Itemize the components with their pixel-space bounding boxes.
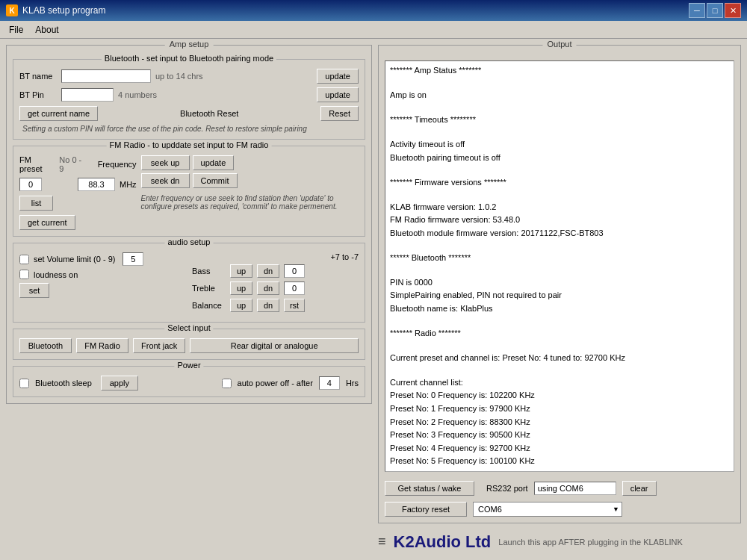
- bt-name-hint: up to 14 chrs: [155, 72, 203, 81]
- get-status-wake-button[interactable]: Get status / wake: [385, 481, 474, 496]
- auto-power-value[interactable]: [319, 376, 340, 390]
- bass-row: Bass up dn: [192, 264, 359, 278]
- output-area: ******* Amp Status *******Amp is on*****…: [385, 60, 734, 472]
- apply-button[interactable]: apply: [101, 376, 138, 391]
- loudness-row: loudness on: [19, 270, 186, 279]
- menu-about[interactable]: About: [29, 23, 64, 37]
- fm-value-row: MHz: [19, 178, 137, 191]
- fm-frequency-label: Frequency: [98, 160, 137, 169]
- power-group: Power Bluetooth sleep apply auto power o…: [13, 366, 365, 397]
- balance-rst-button[interactable]: rst: [284, 299, 305, 312]
- fm-preset-input[interactable]: [19, 178, 42, 191]
- bluetooth-group-label: Bluetooth - set input to Bluetooth pairi…: [102, 54, 276, 63]
- bass-up-button[interactable]: up: [230, 264, 252, 278]
- vol-limit-input[interactable]: [123, 252, 143, 266]
- bt-name-label: BT name: [19, 72, 57, 81]
- com-port-select[interactable]: COM6COM1COM2COM3COM4COM5: [473, 502, 622, 517]
- rs232-label: RS232 port: [486, 484, 528, 493]
- fm-preset-label: FM preset: [19, 155, 55, 173]
- fm-list-row: list: [19, 196, 137, 211]
- vol-limit-row: set Volume limit (0 - 9): [19, 252, 186, 266]
- app-icon: K: [6, 4, 18, 16]
- input-front-jack-button[interactable]: Front jack: [133, 338, 185, 353]
- factory-reset-button[interactable]: Factory reset: [385, 502, 467, 517]
- balance-up-button[interactable]: up: [230, 299, 252, 312]
- treble-dn-button[interactable]: dn: [257, 281, 279, 295]
- select-input-label: Select input: [164, 323, 213, 332]
- bt-reset-button[interactable]: Reset: [320, 106, 359, 121]
- amp-setup-group: Amp setup Bluetooth - set input to Bluet…: [6, 45, 372, 404]
- bt-sleep-label: Bluetooth sleep: [35, 379, 92, 388]
- output-group-label: Output: [542, 40, 576, 49]
- maximize-button[interactable]: □: [707, 3, 723, 18]
- close-button[interactable]: ✕: [725, 3, 741, 18]
- bt-pin-update-button[interactable]: update: [317, 87, 359, 102]
- treble-up-button[interactable]: up: [230, 281, 252, 295]
- fm-list-button[interactable]: list: [19, 196, 53, 211]
- clear-button[interactable]: clear: [622, 481, 657, 496]
- rs232-value-field[interactable]: [534, 482, 616, 495]
- fm-frequency-input[interactable]: [78, 178, 115, 191]
- fm-update-button[interactable]: update: [193, 155, 235, 170]
- hamburger-icon: ≡: [378, 534, 386, 550]
- output-controls-row1: Get status / wake RS232 port clear: [379, 478, 740, 499]
- menu-file[interactable]: File: [3, 23, 29, 37]
- bt-actions-row: get current name Bluetooth Reset Reset: [19, 106, 359, 121]
- window-title: KLAB setup program: [22, 5, 105, 16]
- audio-setup-group: audio setup set Volume limit (0 - 9) lou…: [13, 243, 365, 323]
- bt-pin-label: BT Pin: [19, 90, 57, 99]
- balance-label: Balance: [192, 301, 226, 310]
- loudness-label: loudness on: [34, 270, 78, 279]
- minimize-button[interactable]: ─: [689, 3, 705, 18]
- select-input-row: Bluetooth FM Radio Front jack Rear digit…: [19, 338, 359, 353]
- seek-up-button[interactable]: seek up: [141, 155, 190, 170]
- bt-name-input[interactable]: [61, 69, 151, 83]
- output-controls-row2: Factory reset COM6COM1COM2COM3COM4COM5: [379, 499, 740, 523]
- bluetooth-group: Bluetooth - set input to Bluetooth pairi…: [13, 59, 365, 140]
- power-group-label: Power: [174, 361, 203, 370]
- power-row: Bluetooth sleep apply auto power off - a…: [19, 376, 359, 391]
- input-fm-button[interactable]: FM Radio: [76, 338, 128, 353]
- treble-value[interactable]: [284, 281, 305, 295]
- seek-dn-button[interactable]: seek dn: [141, 173, 190, 188]
- loudness-checkbox[interactable]: [19, 270, 29, 279]
- bt-pin-hint: 4 numbers: [118, 90, 157, 99]
- select-input-group: Select input Bluetooth FM Radio Front ja…: [13, 329, 365, 360]
- treble-row: Treble up dn: [192, 281, 359, 295]
- input-rear-digital-button[interactable]: Rear digital or analogue: [190, 338, 359, 353]
- bt-note: Setting a custom PIN will force the use …: [19, 125, 359, 133]
- balance-dn-button[interactable]: dn: [257, 299, 279, 312]
- fm-commit-button[interactable]: Commit: [193, 173, 238, 188]
- get-current-name-button[interactable]: get current name: [19, 106, 98, 121]
- output-group: Output ******* Amp Status *******Amp is …: [378, 45, 741, 523]
- set-row: set: [19, 283, 186, 298]
- com-port-wrapper: COM6COM1COM2COM3COM4COM5: [473, 502, 622, 517]
- auto-power-label: auto power off - after: [238, 379, 313, 388]
- fm-get-current-row: get current: [19, 215, 137, 230]
- bass-label: Bass: [192, 267, 226, 276]
- title-bar: K KLAB setup program ─ □ ✕: [0, 0, 747, 21]
- bt-pin-input[interactable]: [61, 88, 114, 102]
- fm-freq-row: FM preset No 0 - 9 Frequency: [19, 155, 137, 173]
- bt-pin-row: BT Pin 4 numbers update: [19, 87, 359, 102]
- main-content: Amp setup Bluetooth - set input to Bluet…: [0, 39, 747, 560]
- right-panel: Output ******* Amp Status *******Amp is …: [378, 45, 741, 554]
- fm-preset-range: No 0 - 9: [59, 155, 87, 173]
- fm-get-current-button[interactable]: get current: [19, 215, 75, 230]
- fm-radio-group: FM Radio - to upddate set input to FM ra…: [13, 146, 365, 237]
- audio-range-label: +7 to -7: [192, 252, 359, 261]
- auto-power-checkbox[interactable]: [222, 379, 232, 388]
- audio-set-button[interactable]: set: [19, 283, 49, 298]
- balance-row: Balance up dn rst: [192, 299, 359, 312]
- audio-setup-label: audio setup: [165, 237, 214, 246]
- treble-label: Treble: [192, 284, 226, 293]
- hrs-label: Hrs: [346, 379, 359, 388]
- bass-dn-button[interactable]: dn: [257, 264, 279, 278]
- input-bluetooth-button[interactable]: Bluetooth: [19, 338, 72, 353]
- bt-name-row: BT name up to 14 chrs update: [19, 69, 359, 84]
- bass-value[interactable]: [284, 264, 305, 278]
- left-panel: Amp setup Bluetooth - set input to Bluet…: [6, 45, 372, 554]
- bt-name-update-button[interactable]: update: [317, 69, 359, 84]
- bt-sleep-checkbox[interactable]: [19, 379, 29, 388]
- vol-limit-checkbox[interactable]: [19, 255, 29, 264]
